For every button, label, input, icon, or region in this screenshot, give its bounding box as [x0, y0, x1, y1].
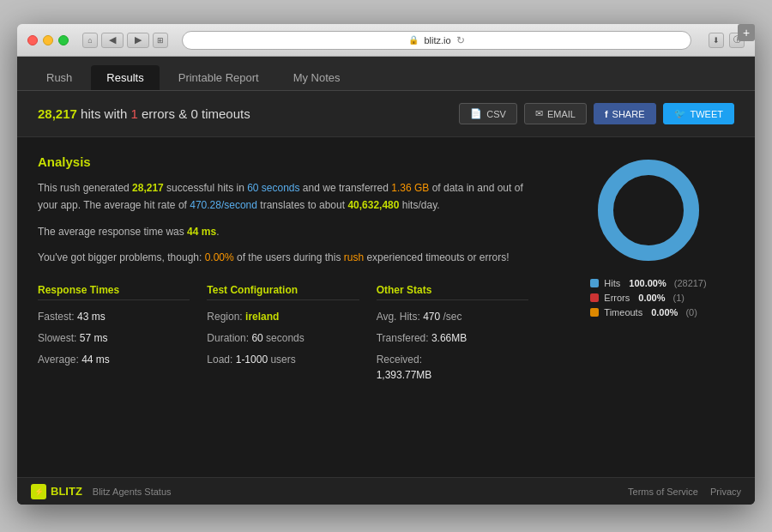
stats-header: 28,217 hits with 1 errors & 0 timeouts 📄…	[17, 91, 755, 137]
errors-dot	[590, 293, 599, 302]
csv-icon: 📄	[470, 108, 482, 119]
response-times-title: Response Times	[38, 284, 190, 300]
email-button[interactable]: ✉ EMAIL	[524, 103, 587, 124]
reload-icon[interactable]: ↻	[456, 34, 465, 46]
legend-hits-pct: 100.00%	[629, 278, 666, 288]
action-buttons: 📄 CSV ✉ EMAIL f SHARE 🐦 TWEET	[459, 103, 734, 124]
csv-label: CSV	[486, 109, 506, 119]
region-val: ireland	[245, 311, 279, 323]
new-tab-button[interactable]: +	[738, 24, 755, 41]
nav-buttons: ⌂ ◀ ▶ ⊞	[82, 33, 168, 48]
hit-count-highlight: 28,217	[132, 182, 164, 194]
seconds-highlight: 60 seconds	[247, 182, 299, 194]
test-config-col: Test Configuration Region: ireland Durat…	[207, 284, 376, 389]
legend-errors-pct: 0.00%	[638, 293, 665, 303]
tab-results[interactable]: Results	[91, 65, 159, 90]
terms-link[interactable]: Terms of Service	[628, 487, 698, 497]
hits-dot	[590, 279, 599, 287]
duration-row: Duration: 60 seconds	[207, 330, 359, 346]
home-icon[interactable]: ⌂	[82, 33, 98, 48]
footer: ⚡ BLITZ Blitz Agents Status Terms of Ser…	[17, 477, 755, 505]
footer-right: Terms of Service Privacy	[628, 487, 741, 497]
url-text: blitz.io	[424, 35, 450, 45]
share-label: SHARE	[612, 109, 645, 119]
blitz-logo: ⚡ BLITZ	[31, 484, 82, 499]
minimize-button[interactable]	[43, 35, 53, 45]
traffic-lights	[27, 35, 69, 45]
load-row: Load: 1-1000 users	[207, 352, 359, 367]
legend-errors: Errors 0.00% (1)	[590, 293, 706, 303]
load-unit: users	[270, 354, 295, 366]
stats-grid: Response Times Fastest: 43 ms Slowest: 5…	[38, 275, 546, 389]
titlebar: ⌂ ◀ ▶ ⊞ 🔒 blitz.io ↻ ⬇ ⓘ	[17, 24, 755, 57]
download-icon[interactable]: ⬇	[709, 33, 724, 48]
app-content: Rush Results Printable Report My Notes 2…	[17, 57, 755, 505]
error-count: 1	[130, 106, 137, 121]
legend-errors-label: Errors	[604, 293, 630, 303]
agents-status-link[interactable]: Blitz Agents Status	[93, 487, 172, 497]
hits-count: 28,217	[38, 106, 77, 121]
received-val: 1,393.77MB	[377, 369, 432, 381]
csv-button[interactable]: 📄 CSV	[459, 103, 517, 124]
pct-problems-highlight: 0.00%	[205, 251, 234, 263]
legend-errors-count: (1)	[673, 293, 685, 303]
tab-printable[interactable]: Printable Report	[163, 65, 274, 90]
slowest-row: Slowest: 57 ms	[38, 330, 190, 346]
load-label: Load:	[207, 354, 232, 366]
tweet-label: TWEET	[691, 109, 724, 119]
received-label: Received:	[377, 354, 422, 366]
tabbar: Rush Results Printable Report My Notes	[17, 57, 755, 91]
transferred-label: Transfered:	[377, 332, 429, 344]
chart-area: Hits 100.00% (28217) Errors 0.00% (1)	[563, 154, 734, 389]
maximize-button[interactable]	[58, 35, 69, 45]
close-button[interactable]	[27, 35, 38, 45]
main-content: 28,217 hits with 1 errors & 0 timeouts 📄…	[17, 91, 755, 477]
legend-timeouts-pct: 0.00%	[651, 307, 678, 317]
rush-highlight: rush	[344, 251, 364, 263]
address-bar[interactable]: 🔒 blitz.io ↻	[182, 31, 691, 50]
load-val: 1-1000	[236, 354, 268, 366]
average-row: Average: 44 ms	[38, 352, 190, 367]
back-button[interactable]: ◀	[101, 33, 124, 48]
rate-highlight: 470.28/second	[190, 199, 257, 211]
other-stats-title: Other Stats	[377, 284, 528, 300]
tab-notes[interactable]: My Notes	[278, 65, 356, 90]
legend-hits: Hits 100.00% (28217)	[590, 278, 706, 288]
analysis-paragraph-2: The average response time was 44 ms.	[38, 223, 546, 240]
blitz-logo-text: BLITZ	[51, 485, 82, 498]
timeouts-dot	[590, 308, 599, 317]
data-highlight: 1.36 GB	[391, 182, 429, 194]
twitter-icon: 🐦	[674, 108, 686, 119]
errors-text: errors &	[142, 106, 191, 121]
timeouts-text: timeouts	[202, 106, 250, 121]
privacy-link[interactable]: Privacy	[710, 487, 741, 497]
legend-timeouts: Timeouts 0.00% (0)	[590, 307, 706, 317]
legend-timeouts-count: (0)	[685, 307, 697, 317]
region-label: Region:	[207, 311, 242, 323]
average-label: Average:	[38, 354, 79, 366]
analysis-paragraph-1: This rush generated 28,217 successful hi…	[38, 179, 546, 215]
forward-button[interactable]: ▶	[127, 33, 149, 48]
email-label: EMAIL	[547, 109, 576, 119]
browser-window: ⌂ ◀ ▶ ⊞ 🔒 blitz.io ↻ ⬇ ⓘ Rush Results Pr…	[17, 24, 755, 505]
donut-chart	[593, 154, 704, 266]
facebook-icon: f	[605, 109, 608, 119]
footer-left: ⚡ BLITZ Blitz Agents Status	[31, 484, 172, 499]
slowest-label: Slowest:	[38, 332, 76, 344]
received-row: Received: 1,393.77MB	[377, 352, 528, 383]
chart-legend: Hits 100.00% (28217) Errors 0.00% (1)	[590, 278, 706, 322]
split-view-icon[interactable]: ⊞	[153, 33, 168, 48]
share-button[interactable]: f SHARE	[594, 103, 656, 124]
tweet-button[interactable]: 🐦 TWEET	[663, 103, 735, 124]
analysis-left: Analysis This rush generated 28,217 succ…	[38, 154, 546, 389]
duration-val: 60	[251, 332, 262, 344]
legend-hits-label: Hits	[604, 278, 620, 288]
analysis-paragraph-3: You've got bigger problems, though: 0.00…	[38, 249, 546, 266]
stats-headline: 28,217 hits with 1 errors & 0 timeouts	[38, 106, 250, 121]
transferred-val: 3.66MB	[431, 332, 467, 344]
timeout-count: 0	[190, 106, 197, 121]
analysis-section: Analysis This rush generated 28,217 succ…	[17, 137, 755, 406]
tab-rush[interactable]: Rush	[31, 65, 87, 90]
legend-hits-count: (28217)	[674, 278, 707, 288]
day-hits-highlight: 40,632,480	[347, 199, 399, 211]
